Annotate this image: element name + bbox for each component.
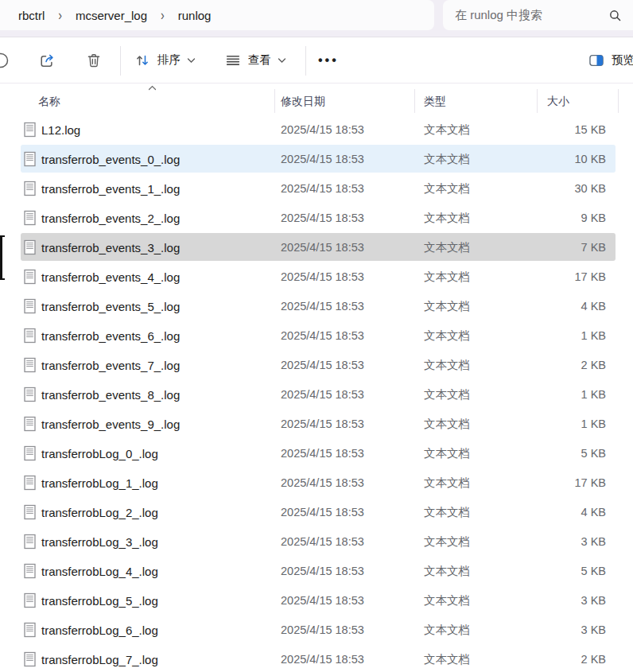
file-date-modified: 2025/4/15 18:53 (281, 594, 364, 607)
file-type: 文本文档 (424, 269, 470, 284)
file-date-modified: 2025/4/15 18:53 (281, 300, 364, 313)
file-size: 10 KB (575, 153, 607, 165)
file-type: 文本文档 (424, 386, 470, 402)
sort-label: 排序 (157, 52, 181, 68)
file-size: 17 KB (575, 270, 607, 283)
breadcrumb-item[interactable]: mcserver_log (70, 7, 153, 24)
table-row[interactable]: transferrobLog_5_.log 2025/4/15 18:53 文本… (0, 585, 633, 615)
file-date-modified: 2025/4/15 18:53 (281, 418, 364, 430)
file-date-modified: 2025/4/15 18:53 (281, 153, 364, 165)
file-size: 4 KB (581, 506, 606, 519)
file-date-modified: 2025/4/15 18:53 (281, 359, 364, 371)
table-row[interactable]: transferrobLog_1_.log 2025/4/15 18:53 文本… (0, 468, 633, 497)
table-row[interactable]: transferrob_events_5_.log 2025/4/15 18:5… (0, 291, 633, 320)
table-row[interactable]: transferrobLog_6_.log 2025/4/15 18:53 文本… (0, 615, 633, 644)
file-size: 1 KB (581, 388, 606, 401)
file-size: 9 KB (581, 212, 606, 224)
table-row[interactable]: transferrob_events_8_.log 2025/4/15 18:5… (0, 379, 633, 409)
file-date-modified: 2025/4/15 18:53 (281, 447, 364, 460)
table-row[interactable]: transferrob_events_0_.log 2025/4/15 18:5… (0, 144, 633, 173)
column-header-name[interactable]: 名称 (38, 95, 60, 109)
text-document-icon (24, 416, 37, 432)
table-row[interactable]: transferrob_events_3_.log 2025/4/15 18:5… (0, 232, 633, 262)
column-header-type[interactable]: 类型 (424, 95, 446, 109)
file-type: 文本文档 (424, 563, 470, 578)
share-button[interactable] (33, 46, 61, 74)
table-row[interactable]: transferrobLog_0_.log 2025/4/15 18:53 文本… (0, 438, 633, 468)
file-name: transferrob_events_1_.log (41, 181, 180, 195)
table-row[interactable]: transferrobLog_7_.log 2025/4/15 18:53 文本… (0, 644, 633, 672)
file-type: 文本文档 (424, 534, 470, 549)
preview-label: 预览 (612, 52, 633, 68)
file-list: L12.log 2025/4/15 18:53 文本文档 15 KB trans… (0, 115, 633, 672)
file-name: transferrobLog_5_.log (41, 593, 158, 607)
search-icon[interactable] (609, 10, 621, 21)
table-row[interactable]: transferrob_events_7_.log 2025/4/15 18:5… (0, 350, 633, 379)
column-header-date[interactable]: 修改日期 (281, 95, 325, 109)
file-name: transferrobLog_7_.log (41, 652, 158, 666)
file-date-modified: 2025/4/15 18:53 (281, 182, 364, 195)
breadcrumb-item[interactable]: runlog (173, 7, 217, 24)
column-header-size[interactable]: 大小 (547, 95, 569, 109)
search-placeholder: 在 runlog 中搜索 (455, 8, 609, 23)
text-document-icon (24, 386, 37, 402)
more-options-button[interactable]: ••• (313, 52, 344, 69)
column-divider[interactable] (414, 89, 415, 113)
file-size: 2 KB (581, 359, 606, 371)
delete-button[interactable] (80, 47, 107, 74)
preview-button[interactable]: 预览 (583, 47, 633, 74)
breadcrumb-separator: › (50, 7, 70, 23)
sort-button[interactable]: 排序 (129, 47, 200, 74)
column-divider[interactable] (537, 89, 538, 113)
file-size: 1 KB (581, 418, 606, 430)
table-row[interactable]: L12.log 2025/4/15 18:53 文本文档 15 KB (0, 115, 633, 144)
text-document-icon (24, 181, 37, 196)
file-size: 4 KB (581, 300, 606, 313)
table-row[interactable]: transferrob_events_2_.log 2025/4/15 18:5… (0, 203, 633, 232)
toolbar-divider (120, 46, 121, 76)
table-row[interactable]: transferrob_events_1_.log 2025/4/15 18:5… (0, 173, 633, 203)
file-name: transferrobLog_1_.log (41, 476, 158, 489)
column-divider[interactable] (618, 89, 619, 113)
text-document-icon (24, 651, 37, 667)
sort-ascending-caret (148, 85, 157, 91)
trash-icon (85, 52, 103, 69)
table-row[interactable]: transferrobLog_3_.log 2025/4/15 18:53 文本… (0, 526, 633, 556)
file-date-modified: 2025/4/15 18:53 (281, 388, 364, 401)
file-type: 文本文档 (424, 475, 470, 490)
text-document-icon (24, 357, 37, 373)
file-date-modified: 2025/4/15 18:53 (281, 270, 364, 283)
file-type: 文本文档 (424, 210, 470, 225)
breadcrumb: rbctrl›mcserver_log›runlog (13, 7, 216, 24)
share-icon (38, 51, 56, 69)
table-row[interactable]: transferrobLog_4_.log 2025/4/15 18:53 文本… (0, 556, 633, 585)
clipped-icon[interactable] (0, 46, 15, 75)
address-bar[interactable]: rbctrl›mcserver_log›runlog (0, 0, 434, 30)
file-name: L12.log (41, 122, 80, 136)
breadcrumb-item[interactable]: rbctrl (13, 7, 50, 24)
column-header-row: 名称 修改日期 类型 大小 (0, 84, 633, 115)
file-type: 文本文档 (424, 622, 470, 637)
file-type: 文本文档 (424, 151, 470, 166)
search-box[interactable]: 在 runlog 中搜索 (443, 0, 633, 30)
split-pane-icon (588, 52, 605, 69)
file-date-modified: 2025/4/15 18:53 (281, 476, 364, 489)
file-date-modified: 2025/4/15 18:53 (281, 212, 364, 224)
file-name: transferrob_events_4_.log (41, 270, 180, 283)
table-row[interactable]: transferrobLog_2_.log 2025/4/15 18:53 文本… (0, 497, 633, 526)
file-name: transferrobLog_6_.log (41, 623, 158, 636)
view-button[interactable]: 查看 (219, 47, 291, 74)
file-size: 17 KB (575, 476, 607, 489)
file-date-modified: 2025/4/15 18:53 (281, 506, 364, 519)
table-row[interactable]: transferrob_events_6_.log 2025/4/15 18:5… (0, 320, 633, 350)
file-type: 文本文档 (424, 445, 470, 460)
chevron-down-icon (278, 57, 286, 64)
text-document-icon (24, 534, 37, 550)
column-divider[interactable] (274, 89, 275, 113)
table-row[interactable]: transferrob_events_9_.log 2025/4/15 18:5… (0, 409, 633, 438)
file-size: 7 KB (581, 241, 606, 254)
file-size: 15 KB (575, 123, 607, 136)
file-size: 3 KB (581, 623, 606, 636)
table-row[interactable]: transferrob_events_4_.log 2025/4/15 18:5… (0, 262, 633, 291)
file-size: 5 KB (581, 565, 606, 577)
